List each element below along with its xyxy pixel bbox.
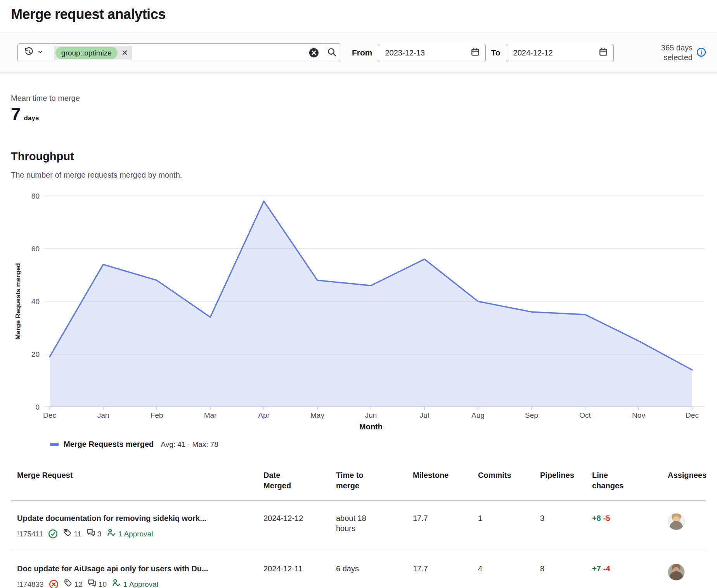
- calendar-icon: [471, 47, 480, 59]
- col-time-to-merge: Time to merge: [330, 462, 407, 500]
- table-header-row: Merge Request Date Merged Time to merge …: [11, 462, 706, 501]
- throughput-heading: Throughput: [11, 150, 706, 163]
- chart-legend[interactable]: Merge Requests merged Avg: 41 · Max: 78: [50, 440, 706, 449]
- history-icon: [24, 47, 34, 59]
- calendar-icon: [599, 47, 608, 59]
- svg-text:May: May: [310, 411, 324, 419]
- labels-count[interactable]: 11: [63, 528, 81, 540]
- filter-token-label: group::optimize: [55, 47, 118, 59]
- throughput-description: The number of merge requests merged by m…: [11, 171, 706, 180]
- svg-text:20: 20: [31, 350, 40, 358]
- col-commits: Commits: [472, 462, 534, 500]
- days-selected-text: 365 days selected: [650, 43, 693, 62]
- svg-text:Dec: Dec: [686, 411, 699, 419]
- col-merge-request: Merge Request: [11, 462, 257, 500]
- legend-stats: Avg: 41 · Max: 78: [161, 440, 218, 449]
- assignee-avatar[interactable]: [668, 513, 685, 530]
- chevron-down-icon: [37, 49, 43, 57]
- date-range: From 2023-12-13 To 2024-12-12: [352, 44, 614, 62]
- table-row: Update documentation for removing sideki…: [11, 501, 706, 551]
- mr-title-link[interactable]: Update documentation for removing sideki…: [17, 513, 253, 523]
- to-date-value: 2024-12-12: [513, 48, 553, 57]
- time-to-merge-cell: about 18 hours: [330, 501, 407, 551]
- col-date-merged: Date Merged: [257, 462, 330, 500]
- from-date-value: 2023-12-13: [385, 48, 425, 57]
- date-merged-cell: 2024-12-12: [257, 501, 330, 551]
- filter-token-remove-icon[interactable]: ✕: [121, 48, 128, 57]
- svg-text:Nov: Nov: [632, 411, 645, 419]
- approval-icon: [112, 578, 121, 588]
- label-icon: [64, 579, 73, 588]
- svg-text:Dec: Dec: [43, 411, 56, 419]
- mr-iid: !175411: [17, 529, 43, 539]
- time-to-merge-cell: 6 days: [330, 551, 407, 588]
- milestone-cell: 17.7: [407, 551, 472, 588]
- comments-count[interactable]: 10: [88, 579, 107, 588]
- legend-label: Merge Requests merged: [64, 440, 154, 449]
- throughput-chart: 020406080DecJanFebMarAprMayJunJulAugSepO…: [11, 189, 706, 449]
- col-pipelines: Pipelines: [534, 462, 586, 500]
- filter-bar: group::optimize ✕ From 2023-12-13: [0, 33, 717, 73]
- date-merged-cell: 2024-12-11: [257, 551, 330, 588]
- mean-time-to-merge-metric: Mean time to merge 7 days: [11, 94, 706, 125]
- svg-text:Sep: Sep: [525, 411, 538, 419]
- clear-circle-icon: [309, 48, 319, 58]
- pipeline-status-icon[interactable]: [48, 529, 58, 539]
- assignees-cell: [662, 501, 706, 551]
- comments-count[interactable]: 3: [87, 528, 102, 540]
- table-row: Doc update for AiUsage api only for user…: [11, 551, 706, 588]
- to-label: To: [491, 48, 501, 57]
- x-axis-title: Month: [23, 422, 717, 431]
- mr-title-link[interactable]: Doc update for AiUsage api only for user…: [17, 564, 253, 574]
- pipelines-cell: 3: [534, 501, 586, 551]
- comments-icon: [88, 579, 97, 588]
- search-history-button[interactable]: [18, 44, 50, 62]
- labels-count[interactable]: 12: [64, 579, 83, 588]
- clear-search-button[interactable]: [309, 48, 319, 58]
- svg-text:80: 80: [31, 192, 40, 200]
- pipeline-status-icon[interactable]: [49, 579, 59, 588]
- svg-text:Mar: Mar: [204, 411, 217, 419]
- svg-text:Apr: Apr: [258, 411, 270, 419]
- commits-cell: 1: [472, 501, 534, 551]
- commits-cell: 4: [472, 551, 534, 588]
- search-submit-button[interactable]: [323, 44, 341, 62]
- svg-text:Jul: Jul: [420, 411, 429, 419]
- from-date-input[interactable]: 2023-12-13: [378, 44, 486, 62]
- line-changes-cell: +7-4: [586, 551, 662, 588]
- svg-text:60: 60: [31, 245, 40, 253]
- milestone-cell: 17.7: [407, 501, 472, 551]
- to-date-input[interactable]: 2024-12-12: [506, 44, 614, 62]
- pipelines-cell: 8: [534, 551, 586, 588]
- svg-text:Feb: Feb: [151, 411, 163, 419]
- col-assignees: Assignees: [662, 462, 706, 500]
- svg-text:40: 40: [31, 297, 40, 306]
- svg-text:Merge Requests merged: Merge Requests merged: [14, 263, 22, 339]
- legend-swatch: [50, 443, 59, 446]
- days-selected: 365 days selected: [650, 43, 706, 62]
- area-chart: 020406080DecJanFebMarAprMayJunJulAugSepO…: [11, 189, 706, 422]
- approvals[interactable]: 1 Approval: [107, 528, 153, 540]
- filtered-search-input[interactable]: group::optimize ✕: [17, 43, 341, 62]
- page-title: Merge request analytics: [11, 6, 706, 22]
- svg-text:Jan: Jan: [97, 411, 109, 419]
- svg-text:Jun: Jun: [365, 411, 377, 419]
- svg-text:0: 0: [35, 403, 40, 411]
- assignee-avatar[interactable]: [668, 564, 685, 581]
- line-changes-cell: +8-5: [586, 501, 662, 551]
- svg-text:Aug: Aug: [471, 411, 485, 419]
- col-milestone: Milestone: [407, 462, 472, 500]
- from-label: From: [352, 48, 372, 57]
- info-icon[interactable]: [696, 47, 706, 59]
- search-input-area[interactable]: group::optimize ✕: [50, 44, 323, 62]
- comments-icon: [87, 528, 95, 540]
- approvals[interactable]: 1 Approval: [112, 578, 158, 588]
- metric-unit: days: [24, 114, 39, 122]
- merge-request-table: Merge Request Date Merged Time to merge …: [11, 462, 706, 588]
- search-icon: [327, 47, 337, 58]
- label-icon: [63, 528, 72, 540]
- approval-icon: [107, 528, 116, 540]
- svg-text:Oct: Oct: [579, 411, 591, 419]
- col-line-changes: Line changes: [586, 462, 662, 500]
- filter-token[interactable]: group::optimize ✕: [54, 46, 132, 60]
